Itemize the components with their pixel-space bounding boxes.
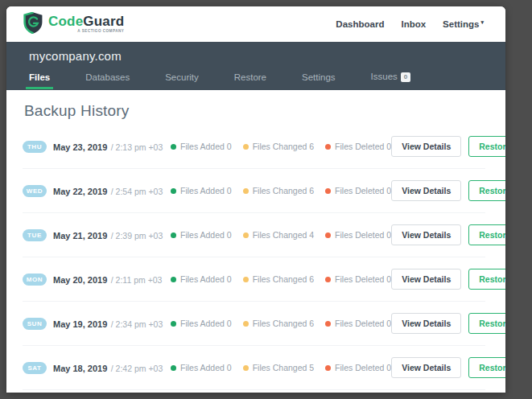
files-changed-dot-icon bbox=[243, 365, 249, 371]
chevron-down-icon: ▾ bbox=[480, 19, 484, 25]
files-added-label: Files Added 0 bbox=[180, 319, 232, 328]
view-details-button[interactable]: View Details bbox=[391, 136, 461, 157]
files-added-dot-icon bbox=[171, 144, 176, 150]
tab-security[interactable]: Security bbox=[165, 72, 199, 89]
backup-row: THU May 23, 2019 / 2:13 pm +03 Files Add… bbox=[23, 125, 485, 169]
row-actions: View Details Restore Options bbox=[391, 357, 505, 378]
restore-options-button[interactable]: Restore Options bbox=[468, 180, 505, 201]
backup-row: SAT May 18, 2019 / 2:42 pm +03 Files Add… bbox=[23, 346, 485, 390]
tab-settings[interactable]: Settings bbox=[302, 72, 336, 89]
status-group: Files Added 0 Files Changed 5 Files Dele… bbox=[171, 363, 391, 372]
backup-time: / 2:39 pm +03 bbox=[111, 231, 163, 241]
files-changed-label: Files Changed 6 bbox=[253, 274, 314, 284]
backup-time: / 2:13 pm +03 bbox=[111, 142, 163, 152]
backup-date: May 20, 2019 bbox=[53, 275, 107, 285]
view-details-button[interactable]: View Details bbox=[391, 224, 461, 245]
backup-time: / 2:34 pm +03 bbox=[111, 319, 163, 329]
status-group: Files Added 0 Files Changed 6 Files Dele… bbox=[171, 142, 391, 151]
files-changed-dot-icon bbox=[243, 144, 249, 150]
site-domain: mycompany.com bbox=[29, 49, 483, 63]
brand-logo[interactable]: CodeGuard A SECTIGO COMPANY bbox=[23, 12, 124, 37]
status-files-added: Files Added 0 bbox=[171, 142, 232, 151]
day-badge: THU bbox=[23, 141, 47, 153]
status-files-deleted: Files Deleted 0 bbox=[325, 274, 391, 284]
status-group: Files Added 0 Files Changed 6 Files Dele… bbox=[171, 274, 391, 284]
nav-link-inbox[interactable]: Inbox bbox=[401, 19, 426, 29]
date-block: May 22, 2019 / 2:54 pm +03 bbox=[53, 183, 156, 198]
nav-link-dashboard[interactable]: Dashboard bbox=[336, 19, 384, 29]
tab-bar: Files Databases Security Restore Setting… bbox=[29, 68, 483, 89]
files-changed-dot-icon bbox=[243, 321, 249, 327]
files-added-label: Files Added 0 bbox=[180, 274, 232, 284]
files-deleted-dot-icon bbox=[325, 321, 331, 327]
backup-date: May 23, 2019 bbox=[53, 142, 107, 152]
app-window: CodeGuard A SECTIGO COMPANY Dashboard In… bbox=[6, 6, 505, 393]
files-deleted-label: Files Deleted 0 bbox=[335, 319, 391, 328]
day-badge: MON bbox=[23, 274, 47, 286]
row-actions: View Details Restore Options bbox=[391, 224, 505, 245]
files-changed-label: Files Changed 6 bbox=[253, 142, 314, 151]
status-files-changed: Files Changed 6 bbox=[243, 142, 314, 151]
restore-options-button[interactable]: Restore Options bbox=[468, 224, 505, 245]
status-files-deleted: Files Deleted 0 bbox=[325, 319, 391, 328]
page-title: Backup History bbox=[23, 102, 485, 120]
date-block: May 19, 2019 / 2:34 pm +03 bbox=[53, 316, 156, 331]
view-details-button[interactable]: View Details bbox=[391, 357, 461, 378]
files-deleted-label: Files Deleted 0 bbox=[335, 230, 391, 240]
files-changed-dot-icon bbox=[243, 232, 249, 238]
restore-options-button[interactable]: Restore Options bbox=[468, 313, 505, 334]
files-deleted-label: Files Deleted 0 bbox=[335, 142, 391, 151]
site-header: mycompany.com Files Databases Security R… bbox=[6, 42, 505, 90]
status-group: Files Added 0 Files Changed 6 Files Dele… bbox=[171, 186, 391, 195]
row-actions: View Details Restore Options bbox=[391, 269, 505, 290]
backup-time: / 2:54 pm +03 bbox=[111, 187, 163, 196]
backup-date: May 19, 2019 bbox=[53, 319, 107, 329]
status-files-added: Files Added 0 bbox=[171, 319, 232, 328]
date-block: May 20, 2019 / 2:11 pm +03 bbox=[53, 272, 156, 286]
tab-databases[interactable]: Databases bbox=[85, 72, 130, 89]
backup-row: MON May 20, 2019 / 2:11 pm +03 Files Add… bbox=[23, 257, 485, 302]
top-nav: Dashboard Inbox Settings▾ bbox=[336, 19, 484, 29]
backup-time: / 2:11 pm +03 bbox=[111, 275, 163, 285]
date-block: May 21, 2019 / 2:39 pm +03 bbox=[53, 228, 156, 242]
status-files-changed: Files Changed 6 bbox=[243, 319, 314, 328]
files-added-label: Files Added 0 bbox=[180, 363, 232, 372]
status-files-changed: Files Changed 6 bbox=[243, 274, 314, 284]
row-actions: View Details Restore Options bbox=[391, 136, 505, 157]
nav-link-settings[interactable]: Settings▾ bbox=[443, 19, 484, 29]
files-added-dot-icon bbox=[171, 365, 176, 371]
restore-options-button[interactable]: Restore Options bbox=[468, 357, 505, 378]
files-deleted-label: Files Deleted 0 bbox=[335, 186, 391, 195]
files-added-dot-icon bbox=[171, 188, 176, 194]
files-deleted-dot-icon bbox=[325, 232, 331, 238]
row-actions: View Details Restore Options bbox=[391, 180, 505, 201]
files-added-label: Files Added 0 bbox=[180, 186, 232, 195]
view-details-button[interactable]: View Details bbox=[391, 180, 461, 201]
row-actions: View Details Restore Options bbox=[391, 313, 505, 334]
restore-options-button[interactable]: Restore Options bbox=[468, 136, 505, 157]
date-block: May 23, 2019 / 2:13 pm +03 bbox=[53, 139, 156, 154]
tab-files[interactable]: Files bbox=[29, 72, 50, 89]
files-added-dot-icon bbox=[171, 232, 176, 238]
backup-date: May 21, 2019 bbox=[53, 231, 107, 241]
restore-options-button[interactable]: Restore Options bbox=[468, 269, 505, 290]
files-added-dot-icon bbox=[171, 277, 176, 282]
status-files-deleted: Files Deleted 0 bbox=[325, 186, 391, 195]
tab-restore[interactable]: Restore bbox=[234, 72, 266, 89]
files-deleted-label: Files Deleted 0 bbox=[335, 274, 391, 284]
status-group: Files Added 0 Files Changed 6 Files Dele… bbox=[171, 319, 391, 328]
backup-row: WED May 22, 2019 / 2:54 pm +03 Files Add… bbox=[23, 169, 485, 213]
backup-row: TUE May 21, 2019 / 2:39 pm +03 Files Add… bbox=[23, 213, 485, 257]
tab-issues[interactable]: Issues0 bbox=[371, 72, 411, 89]
files-added-label: Files Added 0 bbox=[180, 142, 232, 151]
files-deleted-dot-icon bbox=[325, 144, 331, 150]
issues-count-badge: 0 bbox=[401, 72, 410, 82]
files-changed-label: Files Changed 4 bbox=[253, 230, 314, 240]
brand-tagline: A SECTIGO COMPANY bbox=[77, 30, 124, 34]
status-files-changed: Files Changed 5 bbox=[243, 363, 314, 372]
view-details-button[interactable]: View Details bbox=[391, 313, 461, 334]
backup-date: May 18, 2019 bbox=[53, 364, 107, 373]
content-area: Backup History THU May 23, 2019 / 2:13 p… bbox=[6, 90, 505, 390]
view-details-button[interactable]: View Details bbox=[391, 269, 461, 290]
status-files-changed: Files Changed 4 bbox=[243, 230, 314, 240]
